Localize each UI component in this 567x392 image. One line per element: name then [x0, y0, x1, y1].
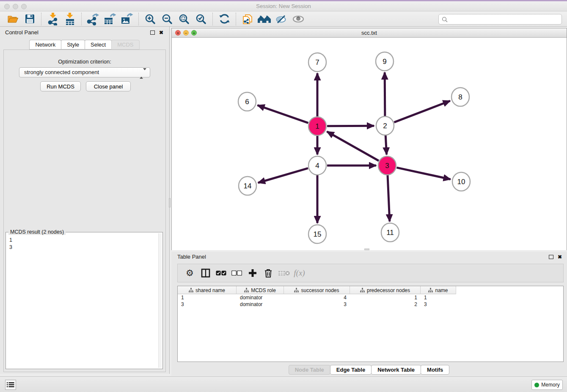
export-network-icon[interactable]: [85, 12, 102, 26]
tab-network-table[interactable]: Network Table: [371, 365, 421, 375]
export-image-icon[interactable]: [118, 12, 135, 26]
minimize-window-button[interactable]: [13, 4, 18, 9]
float-table-panel-icon[interactable]: [549, 255, 553, 259]
graph-edge-2-9[interactable]: [385, 72, 385, 116]
search-field[interactable]: [438, 14, 562, 25]
console-button[interactable]: [5, 380, 16, 390]
graph-node-4[interactable]: 4: [308, 156, 326, 175]
tab-select[interactable]: Select: [85, 40, 112, 50]
panel-divider-gripper[interactable]: [169, 198, 171, 207]
table-cell[interactable]: 2: [350, 301, 421, 308]
graph-node-1[interactable]: 1: [308, 117, 326, 135]
result-scrollbar[interactable]: [158, 233, 162, 368]
mcds-panel-body: Optimization criterion: strongly connect…: [3, 50, 166, 372]
table-cell[interactable]: 3: [178, 301, 237, 308]
table-row[interactable]: 3dominator323: [178, 301, 563, 308]
run-mcds-button[interactable]: Run MCDS: [40, 81, 81, 91]
zoom-in-icon[interactable]: [142, 12, 159, 26]
graph-node-6[interactable]: 6: [238, 92, 256, 111]
close-window-button[interactable]: [4, 4, 10, 9]
delete-column-trash-icon[interactable]: [260, 265, 276, 281]
table-cell[interactable]: 4: [284, 294, 350, 301]
table-panel: Table Panel ✖ ⚙ f(x) shared nameMCDS rol…: [171, 252, 567, 376]
column-header-MCDS-role[interactable]: MCDS role: [237, 286, 284, 294]
graph-node-10[interactable]: 10: [452, 172, 470, 191]
toolbar-separator: [236, 13, 236, 25]
network-window-controls: × − +: [175, 30, 199, 36]
table-options-gear-icon[interactable]: ⚙: [182, 265, 198, 281]
open-session-icon[interactable]: [4, 12, 21, 26]
graph-edge-2-8[interactable]: [394, 101, 450, 122]
graph-node-11[interactable]: 11: [381, 223, 399, 242]
copy-network-icon[interactable]: [239, 12, 256, 26]
svg-text:11: 11: [386, 229, 394, 237]
tab-motifs[interactable]: Motifs: [421, 365, 449, 375]
zoom-selected-icon[interactable]: [193, 12, 209, 26]
delete-table-icon[interactable]: [276, 265, 292, 281]
tab-mcds[interactable]: MCDS: [111, 40, 139, 50]
graph-edge-4-14[interactable]: [258, 168, 308, 182]
graph-edge-2-3[interactable]: [385, 135, 386, 155]
tab-edge-table[interactable]: Edge Table: [330, 365, 372, 375]
graph-node-8[interactable]: 8: [451, 88, 469, 106]
column-header-name[interactable]: name: [421, 286, 456, 294]
graph-edge-1-6[interactable]: [258, 105, 308, 123]
graph-edge-3-11[interactable]: [388, 175, 390, 221]
table-row[interactable]: 1dominator411: [178, 294, 563, 301]
graph-edge-3-1[interactable]: [327, 132, 379, 161]
column-header-successor-nodes[interactable]: successor nodes: [284, 286, 350, 294]
table-cell[interactable]: dominator: [237, 301, 284, 308]
close-panel-button[interactable]: Close panel: [86, 81, 131, 91]
column-header-shared-name[interactable]: shared name: [178, 286, 237, 294]
float-panel-icon[interactable]: [150, 30, 155, 35]
graph-node-9[interactable]: 9: [376, 52, 394, 71]
column-label: successor nodes: [301, 287, 339, 293]
import-network-icon[interactable]: [44, 12, 61, 26]
table-cell[interactable]: 3: [421, 301, 456, 308]
graph-node-15[interactable]: 15: [308, 225, 326, 243]
add-column-icon[interactable]: [245, 265, 260, 281]
memory-button[interactable]: Memory: [531, 380, 563, 390]
graph-edge-1-2[interactable]: [327, 126, 374, 126]
network-close-button[interactable]: ×: [175, 30, 181, 36]
tab-style[interactable]: Style: [61, 40, 85, 50]
close-table-panel-icon[interactable]: ✖: [558, 254, 562, 260]
tab-node-table[interactable]: Node Table: [289, 365, 330, 375]
network-minimize-button[interactable]: −: [183, 30, 189, 36]
graph-edge-3-10[interactable]: [396, 168, 450, 179]
hide-panel-eye-icon[interactable]: [273, 12, 290, 26]
refresh-view-icon[interactable]: [216, 12, 233, 26]
search-input[interactable]: [448, 15, 561, 24]
table-cell[interactable]: dominator: [237, 294, 284, 301]
graph-node-7[interactable]: 7: [308, 53, 326, 72]
mcds-result-list[interactable]: 13: [9, 234, 157, 368]
graph-node-14[interactable]: 14: [239, 177, 256, 195]
tab-network[interactable]: Network: [29, 40, 61, 50]
graph-node-2[interactable]: 2: [376, 116, 394, 135]
home-view-icon[interactable]: [256, 12, 273, 26]
table-cell[interactable]: 1: [350, 294, 421, 301]
select-all-columns-icon[interactable]: [213, 265, 229, 281]
graph-node-3[interactable]: 3: [378, 156, 396, 175]
show-panel-eye-icon[interactable]: [290, 12, 307, 26]
table-cell[interactable]: 1: [178, 294, 237, 301]
export-table-icon[interactable]: [102, 12, 118, 26]
close-panel-icon[interactable]: ✖: [159, 30, 163, 36]
zoom-fit-icon[interactable]: [176, 12, 193, 26]
network-window-titlebar[interactable]: × − + scc.txt: [172, 28, 567, 38]
network-maximize-button[interactable]: +: [191, 30, 197, 36]
column-header-predecessor-nodes[interactable]: predecessor nodes: [350, 286, 421, 294]
zoom-out-icon[interactable]: [159, 12, 176, 26]
save-session-icon[interactable]: [21, 12, 38, 26]
maximize-window-button[interactable]: [21, 4, 27, 9]
import-table-icon[interactable]: [61, 12, 78, 26]
window-resize-grip[interactable]: [364, 248, 369, 250]
network-canvas[interactable]: 1234678910111415: [172, 38, 567, 250]
table-cell[interactable]: 1: [421, 294, 456, 301]
svg-text:10: 10: [457, 178, 465, 186]
criterion-dropdown[interactable]: strongly connected component: [19, 67, 150, 77]
table-cell[interactable]: 3: [284, 301, 350, 308]
show-column-icon[interactable]: [198, 265, 213, 281]
function-builder-icon[interactable]: f(x): [292, 265, 307, 281]
unselect-all-columns-icon[interactable]: [229, 265, 245, 281]
